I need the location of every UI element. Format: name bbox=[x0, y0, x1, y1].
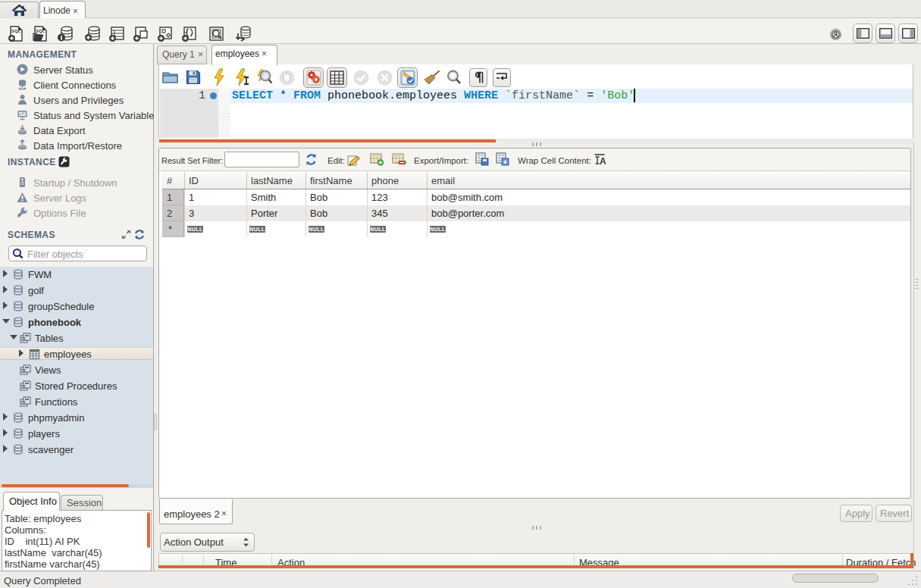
svg-text:SQL: SQL bbox=[36, 29, 45, 33]
svg-text:A: A bbox=[600, 156, 606, 166]
svg-text:SQL: SQL bbox=[11, 29, 21, 33]
